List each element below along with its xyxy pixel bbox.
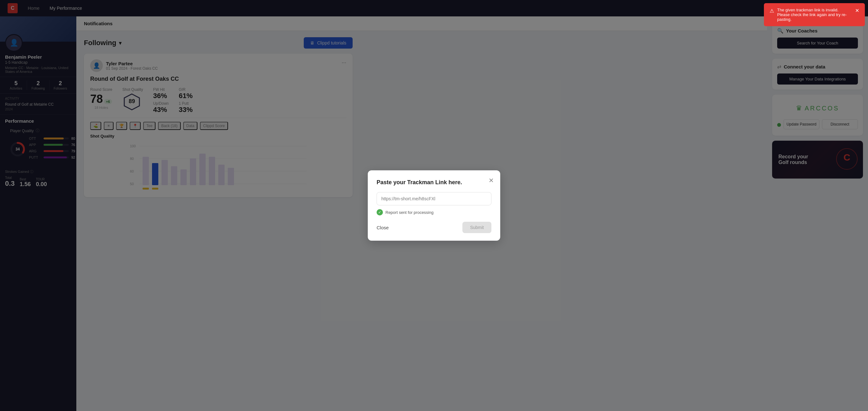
modal-success-message: ✓ Report sent for processing (377, 209, 491, 215)
trackman-modal: Paste your Trackman Link here. ✕ ✓ Repor… (368, 170, 500, 241)
toast-close-button[interactable]: ✕ (855, 7, 859, 13)
trackman-link-input[interactable] (377, 192, 491, 205)
success-check-icon: ✓ (377, 209, 383, 215)
modal-submit-button[interactable]: Submit (462, 222, 491, 233)
modal-title: Paste your Trackman Link here. (377, 179, 491, 186)
modal-close-x-button[interactable]: ✕ (489, 177, 494, 184)
modal-actions: Close Submit (377, 222, 491, 233)
toast-message: The given trackman link is invalid. Plea… (777, 7, 852, 22)
error-toast: ⚠ The given trackman link is invalid. Pl… (764, 3, 865, 26)
warning-icon: ⚠ (770, 8, 774, 14)
modal-overlay: Paste your Trackman Link here. ✕ ✓ Repor… (0, 0, 868, 411)
modal-close-button[interactable]: Close (377, 225, 389, 230)
